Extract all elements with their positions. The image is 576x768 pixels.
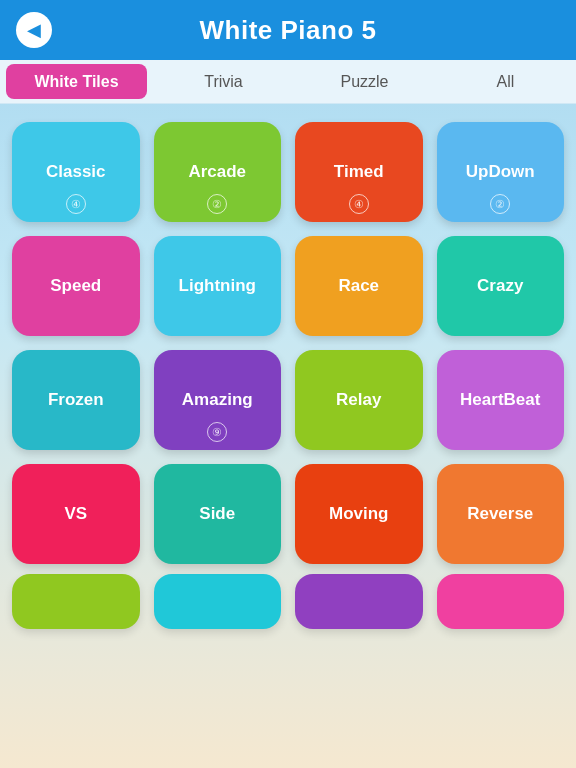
- game-tile-moving[interactable]: Moving: [295, 464, 423, 564]
- back-icon: ◀: [27, 21, 41, 39]
- game-tile-relay[interactable]: Relay: [295, 350, 423, 450]
- page-title: White Piano 5: [52, 15, 524, 46]
- game-tile-side[interactable]: Side: [154, 464, 282, 564]
- game-tile-crazy[interactable]: Crazy: [437, 236, 565, 336]
- bottom-tile-3[interactable]: [437, 574, 565, 629]
- game-tile-heartbeat[interactable]: HeartBeat: [437, 350, 565, 450]
- tab-white-tiles[interactable]: White Tiles: [6, 64, 147, 99]
- game-tile-amazing[interactable]: Amazing⑨: [154, 350, 282, 450]
- tab-all[interactable]: All: [435, 60, 576, 103]
- tile-badge: ④: [66, 194, 86, 214]
- tile-label: Amazing: [182, 390, 253, 410]
- tile-badge: ⑨: [207, 422, 227, 442]
- tile-label: Timed: [334, 162, 384, 182]
- tab-puzzle[interactable]: Puzzle: [294, 60, 435, 103]
- game-tile-arcade[interactable]: Arcade②: [154, 122, 282, 222]
- tab-bar: White TilesTriviaPuzzleAll: [0, 60, 576, 104]
- bottom-tile-2[interactable]: [295, 574, 423, 629]
- game-tile-timed[interactable]: Timed④: [295, 122, 423, 222]
- app-header: ◀ White Piano 5: [0, 0, 576, 60]
- tile-label: Moving: [329, 504, 389, 524]
- game-grid: Classic④Arcade②Timed④UpDown②SpeedLightni…: [0, 104, 576, 574]
- tile-label: Frozen: [48, 390, 104, 410]
- bottom-row: [0, 574, 576, 629]
- bottom-tile-0[interactable]: [12, 574, 140, 629]
- game-tile-frozen[interactable]: Frozen: [12, 350, 140, 450]
- back-button[interactable]: ◀: [16, 12, 52, 48]
- tile-label: Lightning: [179, 276, 256, 296]
- game-tile-reverse[interactable]: Reverse: [437, 464, 565, 564]
- tile-label: Crazy: [477, 276, 523, 296]
- tile-label: Arcade: [188, 162, 246, 182]
- tile-label: HeartBeat: [460, 390, 540, 410]
- game-tile-updown[interactable]: UpDown②: [437, 122, 565, 222]
- tile-badge: ②: [207, 194, 227, 214]
- game-tile-vs[interactable]: VS: [12, 464, 140, 564]
- tile-label: Race: [338, 276, 379, 296]
- game-tile-classic[interactable]: Classic④: [12, 122, 140, 222]
- tile-label: VS: [64, 504, 87, 524]
- bottom-tile-1[interactable]: [154, 574, 282, 629]
- tile-badge: ④: [349, 194, 369, 214]
- game-tile-lightning[interactable]: Lightning: [154, 236, 282, 336]
- tile-label: Speed: [50, 276, 101, 296]
- tile-label: Side: [199, 504, 235, 524]
- tile-label: Classic: [46, 162, 106, 182]
- tile-badge: ②: [490, 194, 510, 214]
- tile-label: Relay: [336, 390, 381, 410]
- game-tile-race[interactable]: Race: [295, 236, 423, 336]
- tile-label: UpDown: [466, 162, 535, 182]
- game-tile-speed[interactable]: Speed: [12, 236, 140, 336]
- tile-label: Reverse: [467, 504, 533, 524]
- tab-trivia[interactable]: Trivia: [153, 60, 294, 103]
